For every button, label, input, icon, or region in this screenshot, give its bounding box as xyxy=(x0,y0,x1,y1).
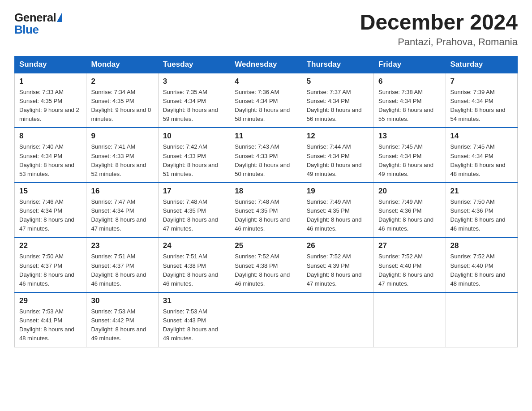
table-row: 8 Sunrise: 7:40 AMSunset: 4:34 PMDayligh… xyxy=(15,128,86,183)
sun-info: Sunrise: 7:45 AMSunset: 4:34 PMDaylight:… xyxy=(450,143,506,177)
table-row xyxy=(446,292,517,347)
sun-info: Sunrise: 7:49 AMSunset: 4:36 PMDaylight:… xyxy=(378,198,433,232)
day-number: 14 xyxy=(450,132,513,141)
sun-info: Sunrise: 7:47 AMSunset: 4:34 PMDaylight:… xyxy=(91,198,146,232)
sun-info: Sunrise: 7:52 AMSunset: 4:39 PMDaylight:… xyxy=(307,253,362,287)
day-number: 31 xyxy=(163,296,225,305)
day-number: 5 xyxy=(307,77,369,86)
day-number: 15 xyxy=(19,187,82,196)
table-row: 25 Sunrise: 7:52 AMSunset: 4:38 PMDaylig… xyxy=(230,237,302,292)
sun-info: Sunrise: 7:35 AMSunset: 4:34 PMDaylight:… xyxy=(163,89,218,122)
table-row xyxy=(374,292,446,347)
logo: General Blue xyxy=(14,11,62,37)
sun-info: Sunrise: 7:41 AMSunset: 4:33 PMDaylight:… xyxy=(91,143,146,177)
month-year-title: December 2024 xyxy=(360,11,518,34)
table-row: 20 Sunrise: 7:49 AMSunset: 4:36 PMDaylig… xyxy=(374,183,446,238)
table-row xyxy=(302,292,373,347)
table-row: 4 Sunrise: 7:36 AMSunset: 4:34 PMDayligh… xyxy=(230,73,302,128)
table-row: 9 Sunrise: 7:41 AMSunset: 4:33 PMDayligh… xyxy=(86,128,158,183)
table-row: 12 Sunrise: 7:44 AMSunset: 4:34 PMDaylig… xyxy=(302,128,373,183)
col-tuesday: Tuesday xyxy=(158,56,230,73)
logo-triangle-icon xyxy=(57,12,62,22)
day-number: 23 xyxy=(91,241,153,250)
sun-info: Sunrise: 7:36 AMSunset: 4:34 PMDaylight:… xyxy=(235,89,290,122)
sun-info: Sunrise: 7:50 AMSunset: 4:36 PMDaylight:… xyxy=(450,198,506,232)
table-row: 29 Sunrise: 7:53 AMSunset: 4:41 PMDaylig… xyxy=(15,292,86,347)
sun-info: Sunrise: 7:50 AMSunset: 4:37 PMDaylight:… xyxy=(19,253,74,287)
sun-info: Sunrise: 7:45 AMSunset: 4:34 PMDaylight:… xyxy=(378,143,433,177)
day-number: 26 xyxy=(307,241,369,250)
sun-info: Sunrise: 7:48 AMSunset: 4:35 PMDaylight:… xyxy=(235,198,290,232)
sun-info: Sunrise: 7:53 AMSunset: 4:43 PMDaylight:… xyxy=(163,308,218,342)
sun-info: Sunrise: 7:39 AMSunset: 4:34 PMDaylight:… xyxy=(450,89,506,122)
calendar-week-row: 29 Sunrise: 7:53 AMSunset: 4:41 PMDaylig… xyxy=(15,292,518,347)
day-number: 11 xyxy=(235,132,297,141)
day-number: 17 xyxy=(163,187,225,196)
table-row: 16 Sunrise: 7:47 AMSunset: 4:34 PMDaylig… xyxy=(86,183,158,238)
day-number: 16 xyxy=(91,187,153,196)
day-number: 6 xyxy=(378,77,441,86)
table-row: 27 Sunrise: 7:52 AMSunset: 4:40 PMDaylig… xyxy=(374,237,446,292)
sun-info: Sunrise: 7:53 AMSunset: 4:41 PMDaylight:… xyxy=(19,308,74,342)
sun-info: Sunrise: 7:51 AMSunset: 4:37 PMDaylight:… xyxy=(91,253,146,287)
sun-info: Sunrise: 7:38 AMSunset: 4:34 PMDaylight:… xyxy=(378,89,433,122)
table-row: 1 Sunrise: 7:33 AMSunset: 4:35 PMDayligh… xyxy=(15,73,86,128)
day-number: 21 xyxy=(450,187,513,196)
col-wednesday: Wednesday xyxy=(230,56,302,73)
table-row: 19 Sunrise: 7:49 AMSunset: 4:35 PMDaylig… xyxy=(302,183,373,238)
table-row: 14 Sunrise: 7:45 AMSunset: 4:34 PMDaylig… xyxy=(446,128,517,183)
table-row: 10 Sunrise: 7:42 AMSunset: 4:33 PMDaylig… xyxy=(158,128,230,183)
col-friday: Friday xyxy=(374,56,446,73)
table-row: 2 Sunrise: 7:34 AMSunset: 4:35 PMDayligh… xyxy=(86,73,158,128)
sun-info: Sunrise: 7:43 AMSunset: 4:33 PMDaylight:… xyxy=(235,143,290,177)
sun-info: Sunrise: 7:53 AMSunset: 4:42 PMDaylight:… xyxy=(91,308,146,342)
sun-info: Sunrise: 7:52 AMSunset: 4:40 PMDaylight:… xyxy=(450,253,506,287)
day-number: 24 xyxy=(163,241,225,250)
sun-info: Sunrise: 7:34 AMSunset: 4:35 PMDaylight:… xyxy=(91,89,151,122)
table-row: 3 Sunrise: 7:35 AMSunset: 4:34 PMDayligh… xyxy=(158,73,230,128)
table-row: 15 Sunrise: 7:46 AMSunset: 4:34 PMDaylig… xyxy=(15,183,86,238)
table-row: 22 Sunrise: 7:50 AMSunset: 4:37 PMDaylig… xyxy=(15,237,86,292)
day-number: 27 xyxy=(378,241,441,250)
day-number: 22 xyxy=(19,241,82,250)
table-row xyxy=(230,292,302,347)
col-sunday: Sunday xyxy=(15,56,86,73)
day-number: 19 xyxy=(307,187,369,196)
calendar-header-row: Sunday Monday Tuesday Wednesday Thursday… xyxy=(15,56,518,73)
day-number: 9 xyxy=(91,132,153,141)
table-row: 31 Sunrise: 7:53 AMSunset: 4:43 PMDaylig… xyxy=(158,292,230,347)
day-number: 7 xyxy=(450,77,513,86)
table-row: 30 Sunrise: 7:53 AMSunset: 4:42 PMDaylig… xyxy=(86,292,158,347)
day-number: 28 xyxy=(450,241,513,250)
day-number: 25 xyxy=(235,241,297,250)
table-row: 5 Sunrise: 7:37 AMSunset: 4:34 PMDayligh… xyxy=(302,73,373,128)
day-number: 2 xyxy=(91,77,153,86)
sun-info: Sunrise: 7:40 AMSunset: 4:34 PMDaylight:… xyxy=(19,143,74,177)
day-number: 29 xyxy=(19,296,82,305)
day-number: 30 xyxy=(91,296,153,305)
calendar-week-row: 1 Sunrise: 7:33 AMSunset: 4:35 PMDayligh… xyxy=(15,73,518,128)
calendar-week-row: 15 Sunrise: 7:46 AMSunset: 4:34 PMDaylig… xyxy=(15,183,518,238)
logo-blue-text: Blue xyxy=(14,23,39,37)
col-saturday: Saturday xyxy=(446,56,517,73)
table-row: 11 Sunrise: 7:43 AMSunset: 4:33 PMDaylig… xyxy=(230,128,302,183)
table-row: 26 Sunrise: 7:52 AMSunset: 4:39 PMDaylig… xyxy=(302,237,373,292)
day-number: 3 xyxy=(163,77,225,86)
table-row: 7 Sunrise: 7:39 AMSunset: 4:34 PMDayligh… xyxy=(446,73,517,128)
day-number: 12 xyxy=(307,132,369,141)
col-monday: Monday xyxy=(86,56,158,73)
day-number: 10 xyxy=(163,132,225,141)
top-section: General Blue December 2024 Pantazi, Prah… xyxy=(14,11,518,48)
sun-info: Sunrise: 7:42 AMSunset: 4:33 PMDaylight:… xyxy=(163,143,218,177)
table-row: 18 Sunrise: 7:48 AMSunset: 4:35 PMDaylig… xyxy=(230,183,302,238)
day-number: 13 xyxy=(378,132,441,141)
sun-info: Sunrise: 7:51 AMSunset: 4:38 PMDaylight:… xyxy=(163,253,218,287)
location-subtitle: Pantazi, Prahova, Romania xyxy=(360,36,518,48)
table-row: 23 Sunrise: 7:51 AMSunset: 4:37 PMDaylig… xyxy=(86,237,158,292)
sun-info: Sunrise: 7:44 AMSunset: 4:34 PMDaylight:… xyxy=(307,143,362,177)
sun-info: Sunrise: 7:46 AMSunset: 4:34 PMDaylight:… xyxy=(19,198,74,232)
sun-info: Sunrise: 7:48 AMSunset: 4:35 PMDaylight:… xyxy=(163,198,218,232)
col-thursday: Thursday xyxy=(302,56,373,73)
table-row: 17 Sunrise: 7:48 AMSunset: 4:35 PMDaylig… xyxy=(158,183,230,238)
sun-info: Sunrise: 7:37 AMSunset: 4:34 PMDaylight:… xyxy=(307,89,362,122)
